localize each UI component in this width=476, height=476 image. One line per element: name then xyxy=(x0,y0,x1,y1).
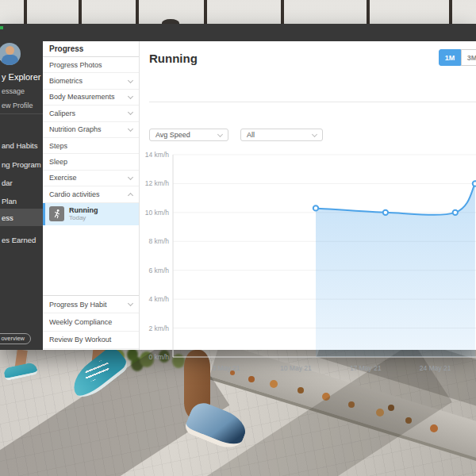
submenu-item-body-measurements[interactable]: Body Measurements xyxy=(43,90,139,106)
svg-text:10 May 21: 10 May 21 xyxy=(280,364,312,372)
svg-text:17 May 21: 17 May 21 xyxy=(350,364,382,372)
submenu-item-progress-by-habit[interactable]: Progress By Habit xyxy=(43,296,139,313)
running-label: Running xyxy=(69,206,98,214)
app-window: y Explorer essage ew Profile and Habits … xyxy=(0,24,476,350)
client-name: y Explorer xyxy=(2,72,41,82)
wall-post xyxy=(281,0,284,24)
submenu-bottom-group: Progress By Habit Weekly Compliance Revi… xyxy=(43,295,139,349)
wall-post xyxy=(79,0,82,24)
svg-text:2 km/h: 2 km/h xyxy=(148,324,169,332)
submenu-item-progress-photos[interactable]: Progress Photos xyxy=(43,57,139,73)
submenu-item-review-by-workout[interactable]: Review By Workout xyxy=(43,332,139,349)
title-divider xyxy=(149,102,476,102)
progress-submenu: Progress Progress Photos Biometrics Body… xyxy=(43,41,140,350)
back-to-overview-button[interactable]: to overview xyxy=(0,333,31,344)
svg-text:3 May 21: 3 May 21 xyxy=(213,364,240,372)
sidebar-item-calendar[interactable]: dar xyxy=(2,178,13,187)
submenu-item-cardio-activities[interactable]: Cardio activities xyxy=(43,186,139,202)
submenu-header: Progress xyxy=(43,41,139,57)
chevron-down-icon xyxy=(128,94,133,99)
background-photo-wall xyxy=(0,0,476,24)
running-icon xyxy=(49,206,64,221)
page-title: Running xyxy=(149,52,198,65)
metric-select[interactable]: Avg Speed xyxy=(149,129,228,141)
range-1m-button[interactable]: 1M xyxy=(439,49,461,66)
wall-post xyxy=(136,0,139,24)
sidebar-item-goals-habits[interactable]: and Habits xyxy=(2,141,37,150)
view-profile-link[interactable]: ew Profile xyxy=(2,102,33,109)
chevron-down-icon xyxy=(128,175,133,180)
svg-text:12 km/h: 12 km/h xyxy=(145,179,170,187)
submenu-item-exercise[interactable]: Exercise xyxy=(43,171,139,186)
dark-sidebar: y Explorer essage ew Profile and Habits … xyxy=(0,24,43,350)
chevron-up-icon xyxy=(128,193,133,198)
sidebar-divider xyxy=(0,113,43,114)
svg-text:10 km/h: 10 km/h xyxy=(145,209,170,217)
submenu-item-steps[interactable]: Steps xyxy=(43,138,139,154)
chevron-down-icon xyxy=(128,301,133,306)
chevron-down-icon xyxy=(217,131,223,136)
chevron-down-icon xyxy=(128,78,133,83)
running-sublabel: Today xyxy=(69,214,98,221)
avg-speed-chart: 0 km/h2 km/h4 km/h6 km/h8 km/h10 km/h12 … xyxy=(140,143,476,374)
submenu-item-weekly-compliance[interactable]: Weekly Compliance xyxy=(43,313,139,331)
wall-post xyxy=(449,0,452,24)
avatar[interactable] xyxy=(0,43,21,65)
range-toggle: 1M 3M xyxy=(439,49,476,66)
svg-text:0 km/h: 0 km/h xyxy=(148,353,169,361)
wall-post xyxy=(367,0,370,24)
svg-text:8 km/h: 8 km/h xyxy=(148,237,169,245)
range-3m-button[interactable]: 3M xyxy=(461,49,476,66)
sidebar-item-progress-active[interactable]: ess xyxy=(0,209,43,226)
svg-text:4 km/h: 4 km/h xyxy=(148,295,169,303)
activity-filter-select[interactable]: All xyxy=(240,129,323,141)
submenu-item-biometrics[interactable]: Biometrics xyxy=(43,73,139,89)
svg-text:14 km/h: 14 km/h xyxy=(145,151,170,159)
submenu-item-calipers[interactable]: Calipers xyxy=(43,106,139,121)
sidebar-item-training-program[interactable]: ng Program xyxy=(2,160,41,169)
sidebar-item-badges-earned[interactable]: es Earned xyxy=(2,236,36,244)
submenu-item-sleep[interactable]: Sleep xyxy=(43,154,139,170)
chevron-down-icon xyxy=(128,126,133,132)
chevron-down-icon xyxy=(128,109,133,115)
main-panel: Running 1M 3M Avg Speed All 0 km/h xyxy=(140,41,476,350)
wall-post xyxy=(24,0,27,24)
screen: y Explorer essage ew Profile and Habits … xyxy=(0,0,476,476)
message-link[interactable]: essage xyxy=(2,87,25,95)
chevron-down-icon xyxy=(312,131,317,136)
submenu-item-running-selected[interactable]: Running Today xyxy=(43,203,139,225)
svg-text:6 km/h: 6 km/h xyxy=(148,267,169,274)
sidebar-item-meal-plan[interactable]: Plan xyxy=(2,197,17,205)
submenu-item-nutrition-graphs[interactable]: Nutrition Graphs xyxy=(43,122,139,138)
svg-text:24 May 21: 24 May 21 xyxy=(420,364,451,372)
wall-post xyxy=(204,0,207,24)
